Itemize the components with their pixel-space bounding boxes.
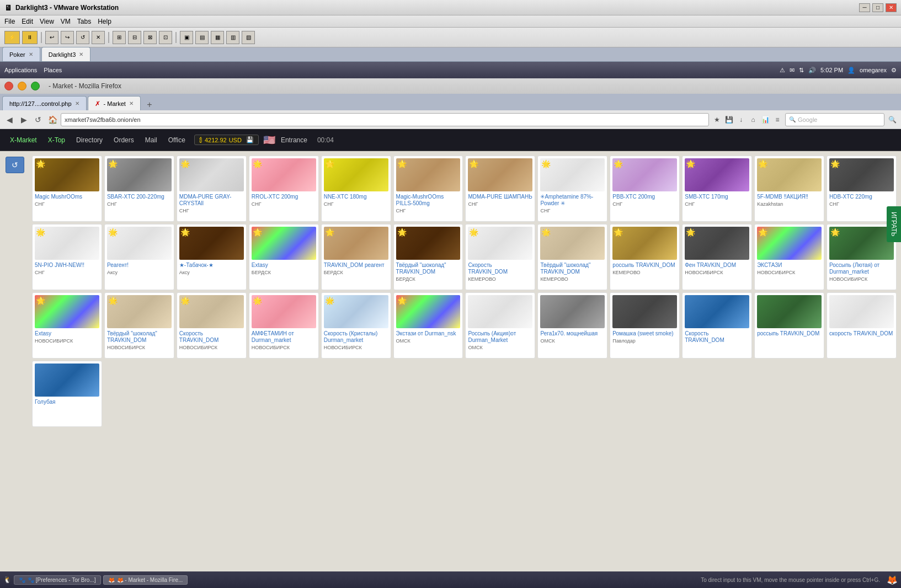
product-card[interactable]: 🌟MDMA-PURE GRAY-CRYSTAllСНГ bbox=[177, 156, 247, 222]
vm-tab-poker-close[interactable]: ✕ bbox=[29, 51, 33, 57]
ff-chart-icon[interactable]: 📊 bbox=[760, 114, 771, 125]
product-card[interactable]: 🌟Твёрдый "шоколад" TRAVKIN_DOMКЕМЕРОВО bbox=[537, 224, 607, 290]
product-card[interactable]: 🌟Скорость TRAVKIN_DOMКЕМЕРОВО bbox=[465, 224, 535, 290]
product-card[interactable]: 🌟Скорость (Кристалы) Durman_marketНОВОСИ… bbox=[321, 292, 391, 359]
taskbar-item-firefox[interactable]: 🦊 🦊 - Market - Mozilla Fire... bbox=[103, 575, 188, 585]
ff-tab-market-close[interactable]: ✕ bbox=[129, 100, 134, 106]
vm-menu-view[interactable]: View bbox=[40, 18, 54, 25]
vm-toolbar-btn9[interactable]: ▦ bbox=[211, 31, 224, 44]
product-card[interactable]: 🌟Россыпь (Лютая) от Durman_marketНОВОСИБ… bbox=[827, 224, 897, 290]
ff-tab-market[interactable]: ✗ - Market ✕ bbox=[88, 96, 141, 110]
product-card[interactable]: 🌟SBAR-XTC 200-220mgСНГ bbox=[104, 156, 174, 222]
vm-toolbar-refresh[interactable]: ↺ bbox=[76, 31, 89, 44]
vm-toolbar-btn4[interactable]: ⊟ bbox=[128, 31, 141, 44]
ff-address-bar[interactable]: xmarket7sw2fba6b.onion/en bbox=[61, 113, 709, 126]
linux-places[interactable]: Places bbox=[44, 67, 62, 73]
ff-home-button[interactable]: 🏠 bbox=[46, 114, 58, 126]
vm-toolbar-btn10[interactable]: ▥ bbox=[226, 31, 239, 44]
product-card[interactable]: 🌟SMB-XTC 170mgСНГ bbox=[682, 156, 752, 222]
product-card[interactable]: 🌟Реагент!Аксу bbox=[104, 224, 174, 290]
product-card[interactable]: 🌟TRAVKIN_DOM реагентБЕРДСК bbox=[321, 224, 391, 290]
site-nav-directory[interactable]: Directory bbox=[71, 134, 108, 146]
vm-minimize-button[interactable]: ─ bbox=[859, 3, 870, 12]
product-card[interactable]: россыпь TRAVKIN_DOM bbox=[754, 292, 824, 359]
vm-menu-file[interactable]: File bbox=[4, 18, 15, 25]
site-nav-xmarket[interactable]: X-Market bbox=[4, 134, 42, 146]
product-card[interactable]: 🌟Скорость TRAVKIN_DOMНОВОСИБИРСК bbox=[177, 292, 247, 359]
vm-toolbar-forward[interactable]: ↪ bbox=[61, 31, 74, 44]
site-nav-orders[interactable]: Orders bbox=[108, 134, 140, 146]
product-card[interactable]: скорость TRAVKIN_DOM bbox=[827, 292, 897, 359]
ff-home-icon2[interactable]: ⌂ bbox=[748, 114, 759, 125]
vm-toolbar-pause[interactable]: ⏸ bbox=[22, 31, 38, 44]
vm-menu-vm[interactable]: VM bbox=[61, 18, 71, 25]
ff-close-button[interactable] bbox=[4, 82, 13, 90]
product-card[interactable]: 🌟Magic-MushrOOms PILLS-500mgСНГ bbox=[393, 156, 463, 222]
product-card[interactable]: Ромашка (sweet smoke)Павлодар bbox=[610, 292, 680, 359]
product-card[interactable]: 🌟Твёрдый "шоколад" TRAVKIN_DOMНОВОСИБИРС… bbox=[104, 292, 174, 359]
vm-menu-help[interactable]: Help bbox=[98, 18, 111, 25]
product-card[interactable]: 🌟Фен TRAVKIN_DOMНОВОСИБИРСК bbox=[682, 224, 752, 290]
ff-search-bar[interactable]: 🔍 Google bbox=[785, 113, 884, 126]
vm-toolbar-btn7[interactable]: ▣ bbox=[180, 31, 193, 44]
product-card[interactable]: 🌟NNE-XTC 180mgСНГ bbox=[321, 156, 391, 222]
product-card[interactable]: 🌟★-Табачок-★Аксу bbox=[177, 224, 247, 290]
ff-refresh-button[interactable]: ↺ bbox=[32, 114, 44, 126]
product-card[interactable]: 🌟✳Amphetamine 87%-Powder ✳СНГ bbox=[537, 156, 607, 222]
refresh-button[interactable]: ↺ bbox=[6, 157, 24, 173]
vm-tab-darklight3-close[interactable]: ✕ bbox=[79, 51, 83, 57]
product-card[interactable]: 🌟ЭКСТАЗИНОВОСИБИРСК bbox=[754, 224, 824, 290]
vm-menu-tabs[interactable]: Tabs bbox=[77, 18, 91, 25]
product-card[interactable]: 🌟5F-MDMB ‼АКЦИЯ‼Kazakhstan bbox=[754, 156, 824, 222]
ff-forward-button[interactable]: ▶ bbox=[18, 114, 30, 126]
ff-download-icon[interactable]: ↓ bbox=[735, 114, 747, 125]
ff-new-tab-button[interactable]: + bbox=[144, 99, 155, 110]
product-card[interactable]: 🌟HDB-XTC 220mgСНГ bbox=[827, 156, 897, 222]
vm-toolbar-btn3[interactable]: ⊞ bbox=[113, 31, 126, 44]
ff-save-icon[interactable]: 💾 bbox=[723, 114, 734, 125]
site-nav-flag[interactable]: 🇺🇸 bbox=[263, 134, 275, 146]
product-card[interactable]: Скорость TRAVKIN_DOM bbox=[682, 292, 752, 359]
vm-toolbar-btn11[interactable]: ▧ bbox=[242, 31, 255, 44]
product-card[interactable]: 🌟россыпь TRAVKIN_DOMКЕМЕРОВО bbox=[610, 224, 680, 290]
site-nav-entrance[interactable]: Entrance bbox=[275, 134, 313, 146]
site-nav-mail[interactable]: Mail bbox=[140, 134, 163, 146]
product-card[interactable]: Россыпь (Акция)от Durman_MarketОМСК bbox=[465, 292, 535, 359]
vm-toolbar-btn5[interactable]: ⊠ bbox=[143, 31, 157, 44]
vm-restore-button[interactable]: □ bbox=[872, 3, 883, 12]
product-card[interactable]: 🌟ExtasyНОВОСИБИРСК bbox=[32, 292, 102, 359]
linux-applications[interactable]: Applications bbox=[4, 67, 37, 73]
ff-tab-control[interactable]: http://127....control.php ✕ bbox=[2, 96, 87, 110]
side-game-button[interactable]: ИГРАТЬ bbox=[887, 206, 901, 242]
ff-back-button[interactable]: ◀ bbox=[3, 114, 15, 126]
vm-tab-poker[interactable]: Poker ✕ bbox=[2, 47, 40, 61]
ff-menu-icon[interactable]: ≡ bbox=[772, 114, 783, 125]
vm-toolbar-btn6[interactable]: ⊡ bbox=[159, 31, 172, 44]
vm-toolbar-back[interactable]: ↩ bbox=[45, 31, 58, 44]
product-card[interactable]: Голубая bbox=[32, 361, 102, 427]
product-card[interactable]: 🌟RROL-XTC 200mgСНГ bbox=[249, 156, 319, 222]
product-card[interactable]: 🌟Экстази от Durman_nskОМСК bbox=[393, 292, 463, 359]
taskbar-item-preferences[interactable]: 🐾 🐾 [Preferences - Tor Bro...] bbox=[14, 575, 101, 585]
vm-toolbar-btn8[interactable]: ▤ bbox=[195, 31, 209, 44]
vm-toolbar-stop[interactable]: ✕ bbox=[92, 31, 105, 44]
linux-settings-icon[interactable]: ⚙ bbox=[891, 67, 897, 74]
ff-tab-control-close[interactable]: ✕ bbox=[75, 100, 79, 106]
site-nav-office[interactable]: Office bbox=[163, 134, 191, 146]
ff-search-submit-icon[interactable]: 🔍 bbox=[887, 114, 898, 125]
vm-close-button[interactable]: ✕ bbox=[886, 3, 897, 12]
product-card[interactable]: Рега1к70. мощнейшаяОМСК bbox=[537, 292, 607, 359]
vm-menu-edit[interactable]: Edit bbox=[22, 18, 33, 25]
product-card[interactable]: 🌟5N-PIO JWH-NEW!!СНГ bbox=[32, 224, 102, 290]
product-card[interactable]: 🌟Magic MushrOOmsСНГ bbox=[32, 156, 102, 222]
site-nav-xtop[interactable]: X-Top bbox=[42, 134, 71, 146]
product-card[interactable]: 🌟PBB-XTC 200mgСНГ bbox=[610, 156, 680, 222]
ff-bookmark-icon[interactable]: ★ bbox=[711, 114, 722, 125]
ff-minimize-button[interactable] bbox=[18, 82, 26, 90]
ff-maximize-button[interactable] bbox=[31, 82, 40, 90]
vm-toolbar-power[interactable]: ⚡ bbox=[4, 31, 20, 44]
product-card[interactable]: 🌟АМФЕТАМИН от Durman_marketНОВОСИБИРСК bbox=[249, 292, 319, 359]
vm-tab-darklight3[interactable]: Darklight3 ✕ bbox=[41, 47, 91, 61]
product-card[interactable]: 🌟Твёрдый "шоколад" TRAVKIN_DOMБЕРДСК bbox=[393, 224, 463, 290]
product-card[interactable]: 🌟MDMA-PURE ШАМПАНЬСНГ bbox=[465, 156, 535, 222]
